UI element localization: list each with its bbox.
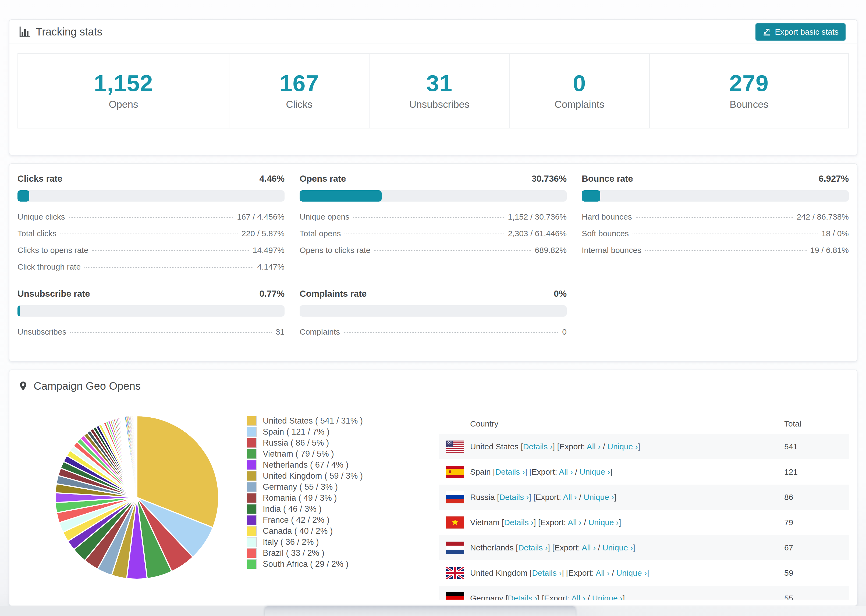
details-link[interactable]: Details › <box>518 543 548 552</box>
details-link[interactable]: Details › <box>508 594 537 600</box>
detail-value: 689.82% <box>535 246 567 255</box>
export-basic-stats-button[interactable]: Export basic stats <box>756 24 846 41</box>
campaign-geo-opens-card: Campaign Geo Opens United States ( 541 /… <box>9 369 857 606</box>
legend-item-united-states[interactable]: United States ( 541 / 31% ) <box>247 415 435 426</box>
export-all-link[interactable]: All › <box>559 467 573 476</box>
legend-swatch <box>247 482 256 492</box>
flag-de-icon <box>446 592 464 600</box>
geo-table-row: United Kingdom [Details ›] [Export: All … <box>439 560 849 586</box>
export-prefix: ] [Export: <box>537 594 572 600</box>
geo-table-row: Germany [Details ›] [Export: All › / Uni… <box>439 586 849 600</box>
details-link[interactable]: Details › <box>532 569 562 577</box>
export-unique-link[interactable]: Unique › <box>592 594 623 600</box>
legend-item-vietnam[interactable]: Vietnam ( 79 / 5% ) <box>247 448 435 459</box>
stat-label: Bounces <box>730 99 768 110</box>
dotted-leader <box>353 217 504 218</box>
stat-label: Unsubscribes <box>409 99 469 110</box>
legend-item-germany[interactable]: Germany ( 55 / 3% ) <box>247 481 435 492</box>
legend-item-romania[interactable]: Romania ( 49 / 3% ) <box>247 492 435 503</box>
legend-label: Russia ( 86 / 5% ) <box>263 438 329 448</box>
country-name: Russia [ <box>470 493 499 501</box>
rate-detail-row: Unsubscribes31 <box>17 327 285 336</box>
legend-item-india[interactable]: India ( 46 / 3% ) <box>247 503 435 514</box>
dotted-leader <box>344 332 558 333</box>
legend-label: United Kingdom ( 59 / 3% ) <box>263 471 363 481</box>
dotted-leader <box>60 234 238 234</box>
legend-item-italy[interactable]: Italy ( 36 / 2% ) <box>247 536 435 547</box>
details-link[interactable]: Details › <box>499 493 529 501</box>
rate-panel-value: 30.736% <box>532 174 567 184</box>
detail-label: Total opens <box>299 229 341 238</box>
legend-swatch <box>247 427 256 437</box>
detail-label: Hard bounces <box>582 212 632 222</box>
rate-panel-opens-rate: Opens rate30.736%Unique opens1,152 / 30.… <box>299 174 567 272</box>
export-all-link[interactable]: All › <box>582 543 596 552</box>
export-all-link[interactable]: All › <box>596 569 610 577</box>
rate-panel-title: Clicks rate <box>17 174 62 184</box>
export-all-link[interactable]: All › <box>563 493 577 501</box>
legend-label: Romania ( 49 / 3% ) <box>263 493 337 503</box>
legend-swatch <box>247 460 256 470</box>
details-link[interactable]: Details › <box>523 442 553 451</box>
geo-table-header: Country Total <box>439 413 849 434</box>
rate-detail-row: Click through rate4.147% <box>17 262 285 272</box>
detail-label: Opens to clicks rate <box>299 246 370 255</box>
rate-panel-head: Clicks rate4.46% <box>17 174 285 184</box>
geo-table: Country Total United States [Details ›] … <box>439 413 849 600</box>
legend-item-russia[interactable]: Russia ( 86 / 5% ) <box>247 437 435 448</box>
details-link[interactable]: Details › <box>495 467 525 476</box>
legend-swatch <box>247 559 256 569</box>
legend-item-netherlands[interactable]: Netherlands ( 67 / 4% ) <box>247 459 435 470</box>
rate-detail-rows: Unique clicks167 / 4.456%Total clicks220… <box>17 212 285 272</box>
detail-label: Unsubscribes <box>17 327 66 336</box>
rate-detail-rows: Hard bounces242 / 86.738%Soft bounces18 … <box>582 212 849 255</box>
country-cell: Germany [Details ›] [Export: All › / Uni… <box>470 594 784 600</box>
flag-gb-icon <box>446 567 464 579</box>
bracket: ] <box>647 569 649 577</box>
export-unique-link[interactable]: Unique › <box>589 518 619 527</box>
stat-value: 167 <box>279 71 319 94</box>
rate-detail-row: Total opens2,303 / 61.446% <box>299 229 567 238</box>
dotted-leader <box>636 217 793 218</box>
legend-item-south-africa[interactable]: South Africa ( 29 / 2% ) <box>247 558 435 569</box>
detail-value: 167 / 4.456% <box>237 212 285 222</box>
export-unique-link[interactable]: Unique › <box>607 442 638 451</box>
total-cell: 59 <box>784 569 849 578</box>
bracket: ] <box>633 543 635 552</box>
export-unique-link[interactable]: Unique › <box>602 543 633 552</box>
export-all-link[interactable]: All › <box>587 442 601 451</box>
export-prefix: ] [Export: <box>562 569 596 577</box>
legend-swatch <box>247 493 256 503</box>
country-cell: United States [Details ›] [Export: All ›… <box>470 442 784 451</box>
legend-item-united-kingdom[interactable]: United Kingdom ( 59 / 3% ) <box>247 470 435 481</box>
export-unique-link[interactable]: Unique › <box>616 569 647 577</box>
bracket: ] <box>610 467 612 476</box>
stat-box-unsubscribes: 31Unsubscribes <box>369 54 509 128</box>
legend-swatch <box>247 526 256 536</box>
horizontal-scrollbar-thumb[interactable] <box>265 606 576 616</box>
export-unique-link[interactable]: Unique › <box>584 493 614 501</box>
export-all-link[interactable]: All › <box>572 594 586 600</box>
legend-item-france[interactable]: France ( 42 / 2% ) <box>247 514 435 525</box>
dotted-leader <box>85 267 254 268</box>
total-cell: 79 <box>784 518 849 527</box>
stat-label: Clicks <box>286 99 313 110</box>
rate-panel-clicks-rate: Clicks rate4.46%Unique clicks167 / 4.456… <box>17 174 285 272</box>
details-link[interactable]: Details › <box>504 518 534 527</box>
export-button-label: Export basic stats <box>775 27 839 36</box>
detail-value: 1,152 / 30.736% <box>508 212 567 222</box>
detail-value: 220 / 5.87% <box>241 229 285 238</box>
bracket: ] <box>614 493 616 501</box>
legend-item-brazil[interactable]: Brazil ( 33 / 2% ) <box>247 547 435 558</box>
detail-label: Soft bounces <box>582 229 629 238</box>
rate-panel-head: Complaints rate0% <box>299 289 567 299</box>
rate-detail-rows: Complaints0 <box>299 327 567 336</box>
legend-label: Brazil ( 33 / 2% ) <box>263 548 324 558</box>
stat-value: 31 <box>426 71 453 94</box>
legend-item-canada[interactable]: Canada ( 40 / 2% ) <box>247 525 435 536</box>
export-all-link[interactable]: All › <box>568 518 582 527</box>
dotted-leader <box>70 332 272 333</box>
legend-item-spain[interactable]: Spain ( 121 / 7% ) <box>247 426 435 437</box>
geo-title: Campaign Geo Opens <box>34 380 141 392</box>
export-unique-link[interactable]: Unique › <box>579 467 610 476</box>
